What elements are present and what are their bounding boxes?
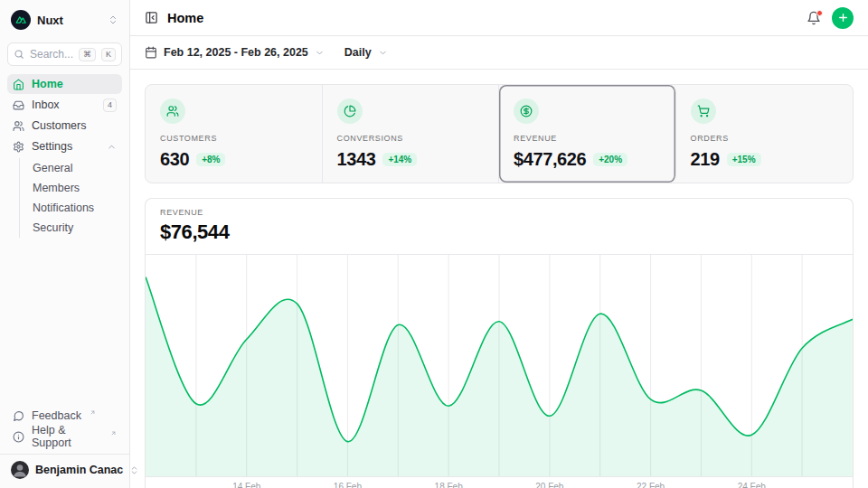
external-link-icon	[90, 409, 96, 416]
home-icon	[13, 79, 24, 90]
sidebar-item-inbox[interactable]: Inbox 4	[7, 95, 122, 115]
calendar-icon	[145, 46, 157, 59]
search-placeholder: Search...	[30, 48, 73, 61]
user-name: Benjamin Canac	[35, 464, 123, 476]
stats-grid: CUSTOMERS 630 +8% CONVERSIONS 1343 +14%	[145, 84, 854, 183]
help-support-label: Help & Support	[32, 424, 102, 449]
stat-card-conversions[interactable]: CONVERSIONS 1343 +14%	[323, 85, 500, 183]
stat-delta-badge: +20%	[593, 153, 627, 166]
date-range-picker[interactable]: Feb 12, 2025 - Feb 26, 2025	[145, 46, 325, 59]
user-menu[interactable]: Benjamin Canac	[0, 454, 129, 484]
stat-card-orders[interactable]: ORDERS 219 +15%	[676, 85, 854, 183]
sidebar-item-customers[interactable]: Customers	[7, 116, 122, 136]
stat-label: REVENUE	[514, 134, 661, 143]
sidebar-item-members[interactable]: Members	[33, 178, 122, 198]
x-tick-label: 24 Feb	[738, 482, 766, 488]
sidebar-item-notifications[interactable]: Notifications	[33, 198, 122, 218]
stat-value: 219	[691, 149, 720, 170]
sidebar-item-label: Customers	[32, 119, 117, 132]
sidebar-item-home[interactable]: Home	[7, 74, 122, 94]
shopping-cart-icon	[691, 99, 716, 124]
main-area: Home Feb 12, 2025 - Feb 26, 2025 Daily	[130, 0, 868, 488]
sidebar-item-general[interactable]: General	[33, 158, 122, 178]
collapse-sidebar-icon[interactable]	[145, 11, 158, 24]
info-circle-icon	[13, 431, 24, 443]
chevron-up-icon	[107, 142, 117, 152]
stat-label: CONVERSIONS	[337, 134, 485, 143]
notifications-button[interactable]	[807, 11, 821, 25]
search-icon	[14, 49, 24, 60]
chart-header: REVENUE $76,544	[146, 199, 853, 255]
x-tick-label: 16 Feb	[334, 482, 362, 488]
stat-label: CUSTOMERS	[160, 134, 307, 143]
filters-toolbar: Feb 12, 2025 - Feb 26, 2025 Daily	[130, 36, 868, 70]
granularity-select[interactable]: Daily	[344, 46, 388, 59]
circle-dollar-icon	[514, 99, 539, 124]
sidebar-item-label: Inbox	[32, 99, 96, 111]
sidebar-item-settings[interactable]: Settings	[7, 136, 122, 156]
sidebar-nav: Home Inbox 4 Customers Settings Genera	[7, 74, 122, 239]
workspace-name: Nuxt	[37, 14, 101, 27]
stat-value: 1343	[337, 149, 376, 170]
chevron-down-icon	[378, 48, 388, 58]
chart-metric-value: $76,544	[160, 221, 838, 244]
x-tick-label: 18 Feb	[435, 482, 463, 488]
stat-card-customers[interactable]: CUSTOMERS 630 +8%	[146, 85, 323, 183]
inbox-icon	[13, 99, 24, 111]
sidebar-item-label: Settings	[32, 140, 99, 153]
revenue-chart-card: REVENUE $76,544 14 Feb16 Feb18 Feb20 Feb…	[145, 198, 854, 488]
date-range-value: Feb 12, 2025 - Feb 26, 2025	[164, 46, 308, 59]
workspace-switcher[interactable]: Nuxt	[7, 7, 122, 33]
sidebar-item-label: Home	[32, 78, 117, 90]
chevrons-up-down-icon	[108, 14, 118, 25]
users-icon	[13, 120, 24, 132]
stat-card-revenue[interactable]: REVENUE $477,626 +20%	[499, 85, 676, 183]
kbd-cmd: ⌘	[79, 48, 96, 61]
revenue-area-chart	[146, 255, 853, 477]
avatar	[11, 461, 29, 479]
x-tick-label: 22 Feb	[637, 482, 665, 488]
sidebar-item-security[interactable]: Security	[33, 218, 122, 238]
stat-delta-badge: +14%	[382, 153, 417, 166]
stat-delta-badge: +15%	[727, 153, 761, 166]
x-tick-label: 20 Feb	[535, 482, 563, 488]
granularity-value: Daily	[344, 46, 372, 59]
plus-icon	[837, 12, 849, 23]
chart-x-axis: 14 Feb16 Feb18 Feb20 Feb22 Feb24 Feb	[146, 477, 853, 488]
pie-chart-icon	[337, 99, 363, 124]
x-tick-label: 14 Feb	[232, 482, 260, 488]
settings-subnav: General Members Notifications Security	[19, 158, 122, 238]
sidebar-footer: Feedback Help & Support	[7, 406, 122, 447]
content: CUSTOMERS 630 +8% CONVERSIONS 1343 +14%	[130, 70, 868, 488]
add-button[interactable]	[832, 7, 854, 29]
stat-label: ORDERS	[691, 134, 839, 143]
sidebar: Nuxt Search... ⌘K Home Inbox 4	[0, 0, 130, 488]
external-link-icon	[110, 430, 117, 436]
kbd-k: K	[101, 48, 116, 61]
gear-icon	[13, 141, 24, 153]
page-title: Home	[167, 11, 203, 25]
chevron-down-icon	[315, 48, 325, 58]
chart-metric-label: REVENUE	[160, 208, 838, 217]
notification-dot	[816, 10, 823, 16]
feedback-link[interactable]: Feedback	[7, 406, 122, 426]
page-header: Home	[130, 0, 868, 36]
help-support-link[interactable]: Help & Support	[7, 427, 122, 446]
chat-bubble-icon	[13, 410, 24, 422]
users-icon	[160, 99, 185, 124]
stat-value: $477,626	[514, 149, 586, 170]
nuxt-logo	[11, 10, 31, 30]
stat-value: 630	[160, 149, 189, 170]
inbox-count-badge: 4	[103, 99, 117, 112]
stat-delta-badge: +8%	[196, 153, 225, 166]
search-input[interactable]: Search... ⌘K	[7, 42, 122, 66]
feedback-label: Feedback	[32, 409, 81, 422]
